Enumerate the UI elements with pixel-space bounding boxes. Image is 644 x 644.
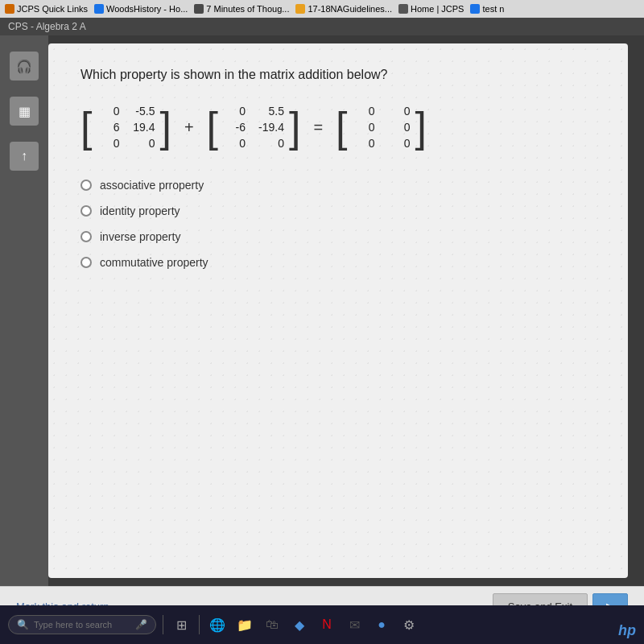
bookmark-woods[interactable]: WoodsHistory - Ho... bbox=[94, 4, 188, 14]
answer-choices: associative prroperty identity property … bbox=[80, 179, 596, 269]
matrix-2: [ 0 5.5 -6 -19.4 0 0 ] bbox=[207, 101, 301, 153]
bookmark-jcps[interactable]: JCPS Quick Links bbox=[5, 4, 88, 14]
matrix-equation: [ 0 -5.5 6 19.4 0 0 ] + [ bbox=[80, 101, 596, 153]
dropbox-icon[interactable]: ◆ bbox=[288, 613, 311, 636]
radio-c[interactable] bbox=[80, 231, 92, 242]
search-input[interactable] bbox=[34, 620, 130, 630]
quiz-container: 🎧 ▦ ↑ Which property is shown in the mat… bbox=[0, 35, 644, 586]
content-area: Which property is shown in the matrix ad… bbox=[48, 43, 628, 578]
matrix-3: [ 0 0 0 0 0 0 ] bbox=[336, 101, 427, 153]
bracket-right-2: ] bbox=[289, 106, 300, 148]
mail-icon[interactable]: ✉ bbox=[343, 613, 365, 636]
chrome-icon[interactable]: ● bbox=[370, 613, 393, 636]
answer-option-d[interactable]: commutative property bbox=[80, 256, 596, 269]
answer-label-c: inverse property bbox=[100, 230, 180, 243]
bracket-left-1: [ bbox=[80, 106, 92, 148]
hp-logo: hp bbox=[618, 622, 636, 639]
answer-option-a[interactable]: associative prroperty bbox=[80, 179, 596, 192]
answer-label-a: associative prroperty bbox=[100, 179, 204, 192]
radio-d[interactable] bbox=[80, 257, 92, 268]
edge-icon[interactable]: 🌐 bbox=[206, 613, 229, 636]
bracket-right-1: ] bbox=[159, 106, 171, 148]
matrix-1: [ 0 -5.5 6 19.4 0 0 ] bbox=[80, 101, 171, 153]
answer-label-b: identity property bbox=[100, 204, 180, 217]
bracket-right-3: ] bbox=[415, 106, 427, 148]
bracket-left-3: [ bbox=[336, 106, 347, 148]
netflix-icon[interactable]: N bbox=[316, 613, 338, 636]
store-icon[interactable]: 🛍 bbox=[261, 613, 283, 636]
plus-operator: + bbox=[184, 118, 194, 137]
folder-icon[interactable]: 📁 bbox=[233, 613, 256, 636]
bookmark-7min[interactable]: 7 Minutes of Thoug... bbox=[194, 4, 289, 14]
answer-option-b[interactable]: identity property bbox=[80, 204, 596, 217]
question-text: Which property is shown in the matrix ad… bbox=[80, 68, 596, 82]
taskbar-divider-1 bbox=[163, 615, 163, 634]
bookmark-home[interactable]: Home | JCPS bbox=[398, 4, 464, 14]
headphones-icon[interactable]: 🎧 bbox=[10, 52, 39, 80]
answer-label-d: commutative property bbox=[100, 256, 208, 269]
task-view-icon[interactable]: ⊞ bbox=[170, 613, 192, 636]
search-icon: 🔍 bbox=[17, 619, 29, 630]
app-title: CPS - Algebra 2 A bbox=[8, 21, 86, 32]
search-bar[interactable]: 🔍 🎤 bbox=[8, 615, 156, 634]
answer-option-c[interactable]: inverse property bbox=[80, 230, 596, 243]
up-arrow-icon[interactable]: ↑ bbox=[10, 142, 39, 171]
equals-sign: = bbox=[313, 118, 323, 137]
settings-icon[interactable]: ⚙ bbox=[398, 613, 420, 636]
taskbar-divider-2 bbox=[199, 615, 200, 634]
radio-a[interactable] bbox=[80, 180, 92, 191]
radio-b[interactable] bbox=[80, 205, 92, 217]
bookmark-test[interactable]: test n bbox=[470, 4, 504, 14]
screen: CPS - Algebra 2 A 🎧 ▦ ↑ Which property i… bbox=[0, 18, 644, 644]
bookmarks-bar: JCPS Quick Links WoodsHistory - Ho... 7 … bbox=[0, 0, 644, 18]
microphone-icon: 🎤 bbox=[135, 619, 147, 630]
bracket-left-2: [ bbox=[207, 106, 218, 148]
taskbar: 🔍 🎤 ⊞ 🌐 📁 🛍 ◆ N ✉ ● ⚙ hp bbox=[0, 605, 644, 644]
calculator-icon[interactable]: ▦ bbox=[10, 97, 39, 126]
matrix-1-content: 0 -5.5 6 19.4 0 0 bbox=[92, 101, 159, 153]
app-header: CPS - Algebra 2 A bbox=[0, 18, 644, 35]
matrix-2-content: 0 5.5 -6 -19.4 0 0 bbox=[218, 101, 289, 153]
matrix-3-content: 0 0 0 0 0 0 bbox=[348, 101, 415, 153]
sidebar: 🎧 ▦ ↑ bbox=[0, 35, 48, 586]
bookmark-17-18[interactable]: 17-18NAGuidelines... bbox=[295, 4, 392, 14]
